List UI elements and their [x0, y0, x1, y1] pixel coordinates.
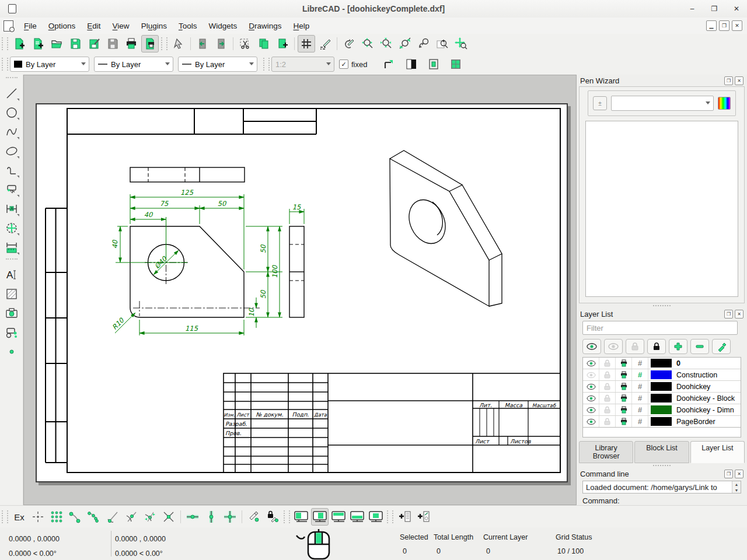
menu-plugins[interactable]: Plugins — [135, 19, 173, 33]
add-command-widget-button[interactable] — [396, 508, 413, 526]
lock-all-layers-button[interactable] — [647, 339, 666, 354]
print-button[interactable] — [123, 35, 140, 52]
layer-visible-icon[interactable] — [583, 404, 599, 415]
curve-tool-button[interactable] — [2, 122, 21, 141]
hide-all-layers-button[interactable] — [604, 339, 623, 354]
copy-button[interactable] — [255, 35, 273, 52]
dimension-tool-button[interactable]: A — [2, 199, 21, 218]
pen-wizard-select[interactable] — [611, 96, 714, 111]
tab-layer-list[interactable]: Layer List — [690, 441, 745, 463]
toolbar-handle[interactable] — [2, 58, 8, 71]
layer-construction-icon[interactable]: # — [632, 358, 648, 369]
image-tool-button[interactable] — [2, 303, 21, 323]
float-panel-icon[interactable]: ❐ — [724, 470, 733, 478]
maximize-button[interactable]: ❐ — [710, 5, 719, 13]
layer-print-icon[interactable] — [616, 369, 632, 380]
redo-button[interactable] — [212, 35, 230, 52]
menu-edit[interactable]: Edit — [81, 19, 106, 33]
add-custom-toolbar-button[interactable] — [414, 508, 432, 526]
close-button[interactable]: ✕ — [732, 5, 741, 13]
dock-bottom-button[interactable] — [348, 508, 366, 526]
text-tool-button[interactable]: A — [2, 265, 21, 284]
redraw-button[interactable] — [340, 35, 358, 52]
layer-color-swatch[interactable] — [651, 417, 672, 426]
zoom-in-button[interactable] — [359, 35, 376, 52]
layer-row[interactable]: # PageBorder — [583, 416, 741, 427]
layer-row[interactable]: # Doohickey - Dimn — [583, 404, 741, 416]
layer-lock-icon[interactable] — [599, 393, 616, 404]
layer-row[interactable]: # Construction — [583, 369, 741, 381]
layer-row[interactable]: # 0 — [583, 358, 741, 369]
layer-row[interactable]: # Doohickey — [583, 381, 741, 393]
toolbar-handle[interactable] — [284, 510, 290, 523]
mdi-close-button[interactable]: ✕ — [732, 20, 742, 31]
layer-construction-icon[interactable]: # — [632, 369, 648, 380]
measure-tool-button[interactable] — [2, 237, 21, 257]
grid-toggle-button[interactable] — [298, 35, 315, 52]
remove-layer-button[interactable] — [690, 339, 709, 354]
dock-left-button[interactable] — [292, 508, 310, 526]
toolbar-handle[interactable] — [263, 58, 270, 71]
exclusive-snap-button[interactable]: Ex — [11, 508, 28, 526]
undo-button[interactable] — [194, 35, 211, 52]
previous-view-button[interactable] — [415, 35, 432, 52]
layer-color-swatch[interactable] — [651, 382, 672, 391]
history-scroll-buttons[interactable]: ▲▼ — [732, 481, 741, 493]
menu-file[interactable]: File — [18, 19, 43, 33]
ellipse-tool-button[interactable] — [2, 141, 21, 160]
close-panel-icon[interactable]: ✕ — [735, 470, 743, 478]
command-history[interactable]: Loaded document: /home/garys/Link to ▲▼ — [582, 481, 741, 494]
pen-wizard-color-button[interactable] — [718, 97, 731, 110]
lock-relative-zero-button[interactable] — [264, 508, 281, 526]
dock-floating-button[interactable] — [367, 508, 385, 526]
corner-join-button[interactable] — [381, 55, 398, 73]
restrict-vertical-button[interactable] — [203, 508, 220, 526]
snap-center-button[interactable] — [104, 508, 121, 526]
snap-on-entity-button[interactable] — [85, 508, 103, 526]
snap-endpoint-button[interactable] — [67, 508, 84, 526]
zoom-out-button[interactable] — [378, 35, 395, 52]
block-tool-button[interactable] — [2, 323, 21, 342]
layer-print-icon[interactable] — [616, 358, 632, 369]
mdi-minimize-button[interactable]: ▁ — [706, 20, 717, 31]
add-layer-button[interactable] — [669, 339, 687, 354]
tab-block-list[interactable]: Block List — [634, 441, 689, 463]
layer-print-icon[interactable] — [616, 381, 632, 392]
zoom-window-button[interactable] — [434, 35, 451, 52]
save-button[interactable] — [67, 35, 84, 52]
auto-zoom-button[interactable] — [396, 35, 414, 52]
save-all-button[interactable] — [104, 35, 121, 52]
layer-lock-icon[interactable] — [599, 404, 616, 415]
scroll-down-icon[interactable]: ▼ — [735, 488, 739, 492]
close-panel-icon[interactable]: ✕ — [735, 76, 743, 85]
layer-lock-icon[interactable] — [599, 381, 616, 392]
set-relative-zero-button[interactable] — [245, 508, 263, 526]
layer-lock-icon[interactable] — [599, 369, 616, 380]
close-panel-icon[interactable]: ✕ — [735, 310, 743, 318]
menu-tools[interactable]: Tools — [173, 19, 203, 33]
layer-print-icon[interactable] — [616, 404, 632, 415]
layer-lock-icon[interactable] — [599, 416, 616, 427]
pen-wizard-list[interactable] — [585, 121, 738, 297]
menu-drawings[interactable]: Drawings — [243, 19, 287, 33]
layer-visible-icon[interactable] — [583, 369, 599, 380]
layer-construction-icon[interactable]: # — [632, 393, 648, 404]
background-toggle-button[interactable] — [403, 55, 420, 73]
tab-library-browser[interactable]: Library Browser — [579, 441, 633, 463]
drawing-canvas[interactable]: 125 75 50 40 40 Ø40 R10 115 50 50 100 10… — [23, 75, 577, 505]
restrict-horizontal-button[interactable] — [184, 508, 201, 526]
select-tool-button[interactable] — [2, 180, 21, 199]
layer-lock-icon[interactable] — [599, 358, 616, 369]
layer-construction-icon[interactable]: # — [632, 404, 648, 415]
layer-visible-icon[interactable] — [583, 393, 599, 404]
circle-tool-button[interactable] — [2, 103, 21, 122]
menu-view[interactable]: View — [107, 19, 135, 33]
layer-construction-icon[interactable]: # — [632, 416, 648, 427]
layer-visible-icon[interactable] — [583, 381, 599, 392]
pen-wizard-sort-button[interactable]: ± — [593, 96, 607, 110]
point-tool-button[interactable] — [2, 342, 21, 361]
line-tool-button[interactable] — [2, 83, 21, 103]
float-panel-icon[interactable]: ❐ — [724, 310, 733, 318]
zoom-pan-button[interactable] — [452, 35, 470, 52]
dock-right-button[interactable] — [311, 508, 329, 526]
